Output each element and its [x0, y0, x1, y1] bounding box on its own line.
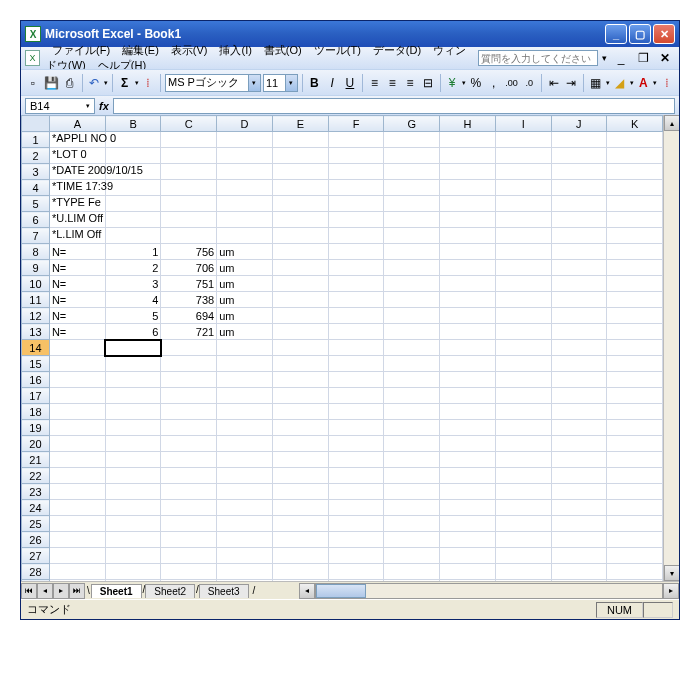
col-header[interactable]: D [217, 116, 273, 132]
cell[interactable] [384, 548, 440, 564]
cell[interactable] [551, 164, 607, 180]
cell[interactable] [272, 388, 328, 404]
scroll-up-icon[interactable]: ▴ [664, 115, 679, 131]
cell[interactable] [105, 340, 161, 356]
cell[interactable] [161, 420, 217, 436]
cell[interactable] [551, 516, 607, 532]
cell[interactable] [328, 420, 384, 436]
cell[interactable] [217, 132, 273, 148]
row-header[interactable]: 2 [22, 148, 50, 164]
col-header[interactable]: K [607, 116, 663, 132]
cell[interactable] [272, 532, 328, 548]
cell[interactable] [217, 356, 273, 372]
cell[interactable] [161, 500, 217, 516]
cell[interactable] [161, 132, 217, 148]
cell[interactable] [217, 500, 273, 516]
underline-button[interactable]: U [342, 73, 358, 93]
cell[interactable] [328, 356, 384, 372]
cell[interactable] [328, 548, 384, 564]
cell[interactable] [440, 244, 496, 260]
cell[interactable] [328, 132, 384, 148]
borders-dropdown-icon[interactable]: ▾ [606, 79, 610, 87]
cell[interactable] [440, 276, 496, 292]
cell[interactable] [551, 260, 607, 276]
cell[interactable] [161, 564, 217, 580]
cell[interactable] [440, 420, 496, 436]
cell[interactable] [272, 564, 328, 580]
cell[interactable]: 2 [105, 260, 161, 276]
cell[interactable] [440, 372, 496, 388]
tab-last-icon[interactable]: ⏭ [69, 583, 85, 599]
cell[interactable] [161, 404, 217, 420]
minimize-button[interactable]: _ [605, 24, 627, 44]
cell[interactable] [440, 548, 496, 564]
cell[interactable] [607, 564, 663, 580]
cell[interactable] [384, 292, 440, 308]
menu-item[interactable]: 編集(E) [116, 42, 165, 58]
cell[interactable] [440, 212, 496, 228]
cell[interactable] [607, 468, 663, 484]
cell[interactable] [217, 404, 273, 420]
cell[interactable] [551, 436, 607, 452]
cell[interactable] [384, 388, 440, 404]
cell[interactable] [328, 228, 384, 244]
cell[interactable] [440, 404, 496, 420]
decrease-decimal-button[interactable]: .0 [521, 73, 537, 93]
cell[interactable] [272, 276, 328, 292]
cell[interactable] [105, 196, 161, 212]
cell[interactable] [551, 532, 607, 548]
cell[interactable] [272, 196, 328, 212]
cell[interactable] [440, 436, 496, 452]
cell[interactable] [607, 404, 663, 420]
row-header[interactable]: 27 [22, 548, 50, 564]
cell[interactable] [49, 340, 105, 356]
cell[interactable]: 3 [105, 276, 161, 292]
vertical-scrollbar[interactable]: ▴ ▾ [663, 115, 679, 581]
cell[interactable] [607, 436, 663, 452]
maximize-button[interactable]: ▢ [629, 24, 651, 44]
cell[interactable] [105, 388, 161, 404]
cell[interactable] [328, 468, 384, 484]
menu-item[interactable]: ツール(T) [308, 42, 367, 58]
cell[interactable] [272, 212, 328, 228]
save-button[interactable]: 💾 [43, 73, 60, 93]
cell[interactable] [551, 564, 607, 580]
cell[interactable] [105, 436, 161, 452]
cell[interactable] [440, 308, 496, 324]
cell[interactable] [105, 484, 161, 500]
cell[interactable] [440, 516, 496, 532]
cell[interactable] [272, 436, 328, 452]
cell[interactable] [217, 196, 273, 212]
cell[interactable] [49, 580, 105, 582]
cell[interactable] [495, 276, 551, 292]
scroll-down-icon[interactable]: ▾ [664, 565, 679, 581]
cell[interactable] [105, 564, 161, 580]
scroll-right-icon[interactable]: ▸ [663, 583, 679, 599]
cell[interactable]: N= [49, 308, 105, 324]
cell[interactable] [495, 468, 551, 484]
row-header[interactable]: 8 [22, 244, 50, 260]
cell[interactable]: N= [49, 276, 105, 292]
cell[interactable] [384, 340, 440, 356]
cell[interactable] [105, 372, 161, 388]
cell[interactable] [607, 148, 663, 164]
cell[interactable] [161, 196, 217, 212]
cell[interactable] [105, 404, 161, 420]
cell[interactable] [328, 388, 384, 404]
cell[interactable] [551, 452, 607, 468]
cell[interactable] [384, 308, 440, 324]
cell[interactable] [328, 484, 384, 500]
row-header[interactable]: 5 [22, 196, 50, 212]
cell[interactable] [440, 148, 496, 164]
formula-bar[interactable] [113, 98, 675, 114]
cell[interactable] [607, 260, 663, 276]
cell[interactable] [49, 468, 105, 484]
row-header[interactable]: 7 [22, 228, 50, 244]
cell[interactable] [328, 148, 384, 164]
cell[interactable] [49, 372, 105, 388]
cell-grid[interactable]: ABCDEFGHIJK1*APPLI NO 02*LOT 03*DATE 200… [21, 115, 663, 581]
cell[interactable] [495, 548, 551, 564]
cell[interactable] [495, 196, 551, 212]
cell[interactable] [440, 564, 496, 580]
row-header[interactable]: 6 [22, 212, 50, 228]
